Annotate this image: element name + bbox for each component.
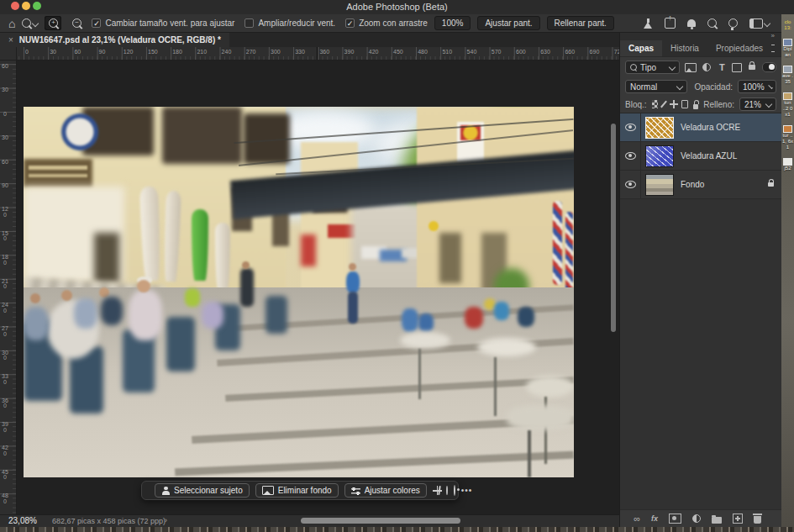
checkbox[interactable]: ✓ — [345, 18, 355, 28]
ruler-tick-label: 480 — [2, 493, 8, 504]
filter-type-layers-icon[interactable]: T — [717, 62, 727, 72]
chevron-down-icon — [765, 101, 772, 108]
add-mask-icon[interactable] — [669, 514, 681, 524]
workspace-icon — [749, 18, 763, 29]
layer-thumbnail[interactable] — [645, 117, 674, 139]
layer-thumbnail[interactable] — [645, 174, 674, 196]
zoom-option-toggle[interactable]: ✓Cambiar tamaño vent. para ajustar — [92, 18, 234, 28]
home-icon[interactable]: ⌂ — [8, 18, 15, 29]
photo-blob — [465, 307, 483, 329]
app-title: Adobe Photoshop (Beta) — [0, 0, 794, 14]
tab-capas[interactable]: Capas — [620, 40, 662, 56]
share-icon[interactable] — [665, 18, 676, 29]
layer-thumbnail[interactable] — [645, 145, 674, 167]
notifications-icon[interactable] — [687, 19, 696, 27]
checkbox[interactable]: ✓ — [92, 18, 101, 28]
remove-background-button[interactable]: Eliminar fondo — [255, 483, 339, 498]
new-layer-icon[interactable] — [733, 514, 743, 524]
zoom-percent-field[interactable]: 23,08% — [8, 516, 37, 525]
photo-blob — [24, 159, 92, 187]
filter-type-dropdown[interactable]: Tipo — [625, 61, 680, 74]
panel-menu-icon[interactable] — [771, 45, 775, 52]
zoom-in-button[interactable] — [45, 16, 61, 30]
desktop-file[interactable]: j52 — [781, 158, 794, 171]
link-layers-icon[interactable]: ∞ — [634, 514, 640, 523]
fill-dropdown[interactable]: 21% — [739, 97, 776, 111]
filter-smart-objects-icon[interactable] — [747, 65, 757, 70]
photo-blob — [242, 261, 250, 269]
lock-paint-icon[interactable] — [660, 100, 667, 108]
fit-screen-button[interactable]: Ajustar pant. — [477, 16, 539, 30]
canvas-image[interactable] — [24, 107, 574, 477]
photo-blob — [162, 107, 242, 164]
lock-all-icon[interactable] — [693, 104, 698, 109]
sliders-icon — [351, 487, 360, 495]
zoom-out-button[interactable] — [68, 16, 85, 30]
photo-blob — [266, 296, 287, 334]
desktop-file-label: tur ..1, 6x1 — [781, 133, 794, 150]
status-chevron-icon[interactable]: › — [165, 516, 167, 524]
checkbox[interactable] — [245, 18, 254, 28]
horizontal-scrollbar[interactable] — [301, 518, 460, 524]
filter-toggle-switch[interactable] — [762, 62, 776, 72]
filter-shape-layers-icon[interactable] — [732, 63, 742, 72]
document-tab[interactable]: × NUW16647.psd al 23,1% (Veladura OCRE, … — [0, 33, 229, 47]
lock-row: Bloq.: Relleno: 21% — [620, 96, 781, 113]
ruler-corner[interactable] — [0, 47, 17, 61]
camera-settings-icon[interactable] — [454, 485, 455, 496]
lock-transparency-icon[interactable] — [652, 100, 658, 108]
blend-mode-dropdown[interactable]: Normal — [625, 80, 687, 93]
fill-screen-button[interactable]: Rellenar pant. — [547, 16, 614, 30]
adjust-colors-button[interactable]: Ajustar colores — [344, 483, 427, 498]
tab-propiedades[interactable]: Propiedades — [707, 40, 771, 56]
desktop-file-thumbnail[interactable] — [783, 92, 792, 100]
vertical-scrollbar[interactable] — [611, 124, 616, 332]
beta-flask-icon[interactable] — [643, 18, 653, 29]
v-ruler[interactable]: 6030030609012015018021024027030033036039… — [0, 61, 17, 514]
select-subject-button[interactable]: Seleccionar sujeto — [155, 483, 250, 498]
layer-visibility-toggle[interactable] — [620, 142, 641, 170]
collapse-panels-icon[interactable]: » — [771, 32, 775, 40]
search-icon[interactable] — [707, 18, 717, 28]
filter-pixel-layers-icon[interactable] — [685, 63, 697, 72]
help-ideas-icon[interactable] — [728, 18, 738, 28]
layer-row[interactable]: Fondo — [620, 171, 781, 199]
ruler-tick-label: 690 — [590, 49, 600, 55]
desktop-file-thumbnail[interactable] — [783, 39, 792, 46]
desktop-file[interactable]: tur ..1, 6x1 — [781, 125, 794, 150]
desktop-file[interactable]: Dipl an — [781, 39, 794, 58]
zoom-tool-button[interactable] — [22, 18, 38, 28]
layer-style-fx-icon[interactable]: fx — [651, 514, 658, 523]
desktop-file-thumbnail[interactable] — [783, 125, 792, 133]
new-adjustment-layer-icon[interactable] — [692, 514, 701, 523]
zoom-option-toggle[interactable]: ✓Zoom con arrastre — [345, 18, 428, 28]
opacity-dropdown[interactable]: 100% — [738, 80, 776, 93]
checkbox-label: Ampliar/reducir vent. — [258, 18, 335, 28]
ruler-tick-label: 210 — [2, 279, 8, 290]
layer-row[interactable]: Veladura AZUL — [620, 142, 781, 171]
layer-row[interactable]: Veladura OCRE — [620, 113, 781, 142]
h-ruler[interactable]: 0306090120150180210240270300330360390420… — [17, 47, 619, 61]
layer-visibility-toggle[interactable] — [620, 113, 641, 141]
desktop-file[interactable]: ave .35 — [781, 66, 794, 85]
desktop-file-thumbnail[interactable] — [783, 158, 792, 166]
lock-position-icon[interactable] — [670, 100, 676, 108]
document-tab-title: NUW16647.psd al 23,1% (Veladura OCRE, RG… — [19, 35, 221, 45]
workspace-switcher[interactable] — [749, 18, 770, 29]
delete-layer-icon[interactable] — [754, 516, 761, 524]
lock-artboard-icon[interactable] — [681, 100, 689, 108]
desktop-file[interactable]: tun ..2 0x1 — [781, 92, 794, 118]
desktop-file-thumbnail[interactable] — [783, 66, 792, 73]
photo-blob — [30, 293, 40, 303]
close-tab-icon[interactable]: × — [8, 35, 13, 45]
zoom-value-field[interactable]: 100% — [434, 16, 471, 30]
more-options-icon[interactable]: ••• — [461, 486, 473, 495]
search-icon — [630, 64, 637, 71]
adjustment-icon[interactable] — [446, 486, 448, 495]
zoom-option-toggle[interactable]: Ampliar/reducir vent. — [245, 18, 335, 28]
photo-blob — [349, 263, 356, 271]
filter-adjustment-layers-icon[interactable] — [702, 63, 712, 71]
tab-historia[interactable]: Historia — [662, 40, 707, 56]
layer-visibility-toggle[interactable] — [620, 171, 641, 198]
new-group-icon[interactable] — [712, 517, 722, 524]
